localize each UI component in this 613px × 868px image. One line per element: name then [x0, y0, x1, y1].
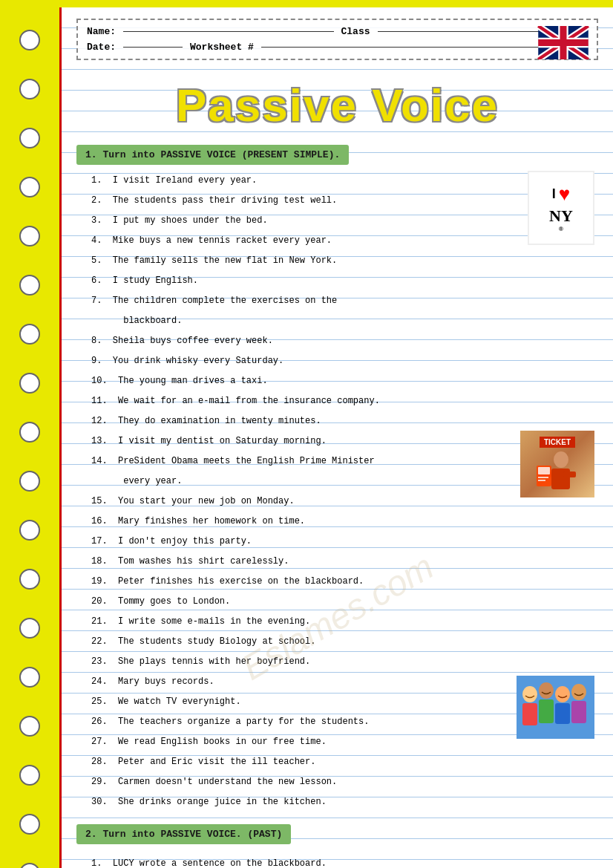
list-item: 10. The young man drives a taxi.	[91, 371, 598, 391]
hole-punch-12	[19, 569, 40, 590]
header-box: Name: Class Date: Worksheet #	[76, 19, 598, 60]
list-item: 25. We watch TV everynight.	[91, 692, 598, 712]
hole-punch-15	[19, 716, 40, 737]
uk-flag-box	[537, 26, 589, 59]
list-item: 13. I visit my dentist on Saturday morni…	[91, 431, 598, 451]
list-item: 2. The students pass their driving test …	[91, 191, 598, 211]
list-item: 11. We wait for an e-mail from the insur…	[91, 391, 598, 411]
list-item: 29. Carmen doesn't understand the new le…	[91, 772, 598, 792]
hole-punch-14	[19, 667, 40, 688]
list-item: 17. I don't enjoy this party.	[91, 532, 598, 552]
hole-punch-11	[19, 520, 40, 541]
list-item: 21. I write some e-mails in the evening.	[91, 612, 598, 632]
date-line	[123, 47, 183, 48]
date-label: Date:	[87, 42, 116, 53]
list-item: 6. I study English.	[91, 271, 598, 291]
section2-exercises-wrapper: ↑ 1. LUCY wrote a sentence on the blackb…	[76, 854, 598, 868]
header-row-1: Name: Class	[87, 26, 588, 37]
hole-punch-13	[19, 618, 40, 639]
svg-rect-8	[538, 39, 589, 46]
list-item: 5. The family sells the new flat in New …	[91, 251, 598, 271]
list-item: 1. LUCY wrote a sentence on the blackboa…	[91, 854, 598, 868]
hole-punch-6	[19, 275, 40, 296]
list-item: 28. Peter and Eric visit the ill teacher…	[91, 752, 598, 772]
list-item: 9. You drink whisky every Saturday.	[91, 351, 598, 371]
class-label: Class	[341, 26, 370, 37]
list-item: 12. They do examination in twenty minute…	[91, 411, 598, 431]
hole-punch-8	[19, 373, 40, 394]
list-item: 19. Peter finishes his exercise on the b…	[91, 572, 598, 592]
hole-punch-4	[19, 177, 40, 198]
list-item: 14. PreSident Obama meets the English Pr…	[91, 451, 598, 471]
list-item: 1. I visit Ireland every year.	[91, 171, 598, 191]
section1-label: 1. Turn into PASSIVE VOICE (PRESENT SIMP…	[76, 145, 349, 165]
list-item: 26. The teachers organize a party for th…	[91, 712, 598, 732]
list-item: 8. Sheila buys coffee every week.	[91, 331, 598, 351]
name-label: Name:	[87, 26, 116, 37]
header-row-2: Date: Worksheet #	[87, 42, 588, 53]
list-item: 30. She drinks orange juice in the kitch…	[91, 792, 598, 812]
section1-list: 1. I visit Ireland every year. 2. The st…	[76, 171, 598, 812]
section2-header: 2. Turn into PASSIVE VOICE. (PAST)	[76, 818, 598, 850]
list-item: blackboard.	[91, 311, 598, 331]
main-content: Eslames.com Name: Class Date: Worksheet …	[62, 7, 613, 868]
hole-punch-5	[19, 226, 40, 247]
list-item: 15. You start your new job on Monday.	[91, 492, 598, 512]
hole-punch-16	[19, 765, 40, 786]
list-item: 23. She plays tennis with her boyfriend.	[91, 652, 598, 672]
section1-header: 1. Turn into PASSIVE VOICE (PRESENT SIMP…	[76, 139, 598, 171]
hole-punch-3	[19, 128, 40, 149]
list-item: 20. Tommy goes to London.	[91, 592, 598, 612]
section2-list: 1. LUCY wrote a sentence on the blackboa…	[76, 854, 598, 868]
section1-exercises-wrapper: I ♥ NY ® TICKET	[76, 171, 598, 812]
list-item: 22. The students study Biology at school…	[91, 632, 598, 652]
section2-area: 2. Turn into PASSIVE VOICE. (PAST)	[76, 818, 598, 868]
hole-punch-18	[19, 863, 40, 868]
list-item: 4. Mike buys a new tennis racket every y…	[91, 231, 598, 251]
uk-flag-icon	[537, 26, 589, 59]
name-line	[123, 31, 333, 32]
left-margin	[0, 7, 59, 868]
list-item: 24. Mary buys records.	[91, 672, 598, 692]
hole-punch-17	[19, 814, 40, 835]
worksheet-label: Worksheet #	[190, 42, 254, 53]
list-item: every year.	[91, 471, 598, 492]
list-item: 3. I put my shoes under the bed.	[91, 211, 598, 231]
list-item: 7. The children complete the exercises o…	[91, 291, 598, 311]
hole-punch-10	[19, 471, 40, 492]
list-item: 18. Tom washes his shirt carelessly.	[91, 552, 598, 572]
hole-punch-9	[19, 422, 40, 443]
page-title: Passive Voice	[176, 79, 499, 131]
hole-punch-1	[19, 30, 40, 50]
list-item: 16. Mary finishes her homework on time.	[91, 512, 598, 532]
title-section: Passive Voice	[76, 68, 598, 139]
section2-label: 2. Turn into PASSIVE VOICE. (PAST)	[76, 824, 291, 844]
hole-punch-7	[19, 324, 40, 345]
hole-punch-2	[19, 79, 40, 99]
list-item: 27. We read English books in our free ti…	[91, 732, 598, 752]
page-wrapper: Eslames.com Name: Class Date: Worksheet …	[0, 7, 613, 868]
